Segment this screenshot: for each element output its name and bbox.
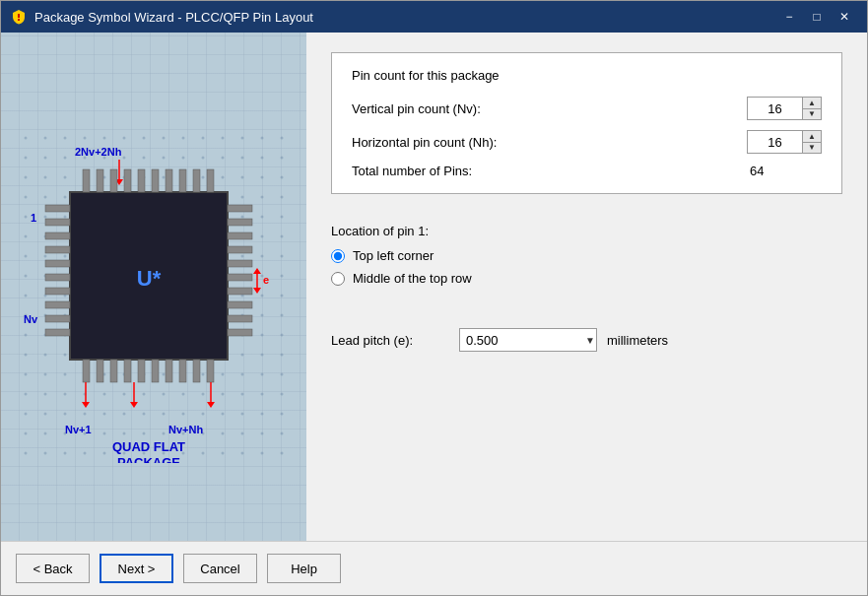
pin1-top-middle-row: Middle of the top row bbox=[331, 271, 842, 286]
svg-rect-28 bbox=[45, 205, 70, 212]
lead-pitch-row: Lead pitch (e): 0.500 0.625 0.800 1.000 … bbox=[331, 323, 842, 357]
pin-count-section: Pin count for this package Vertical pin … bbox=[331, 52, 842, 194]
svg-rect-17 bbox=[207, 169, 214, 192]
svg-text:QUAD FLAT: QUAD FLAT bbox=[112, 439, 185, 454]
svg-rect-21 bbox=[124, 360, 131, 382]
cancel-button[interactable]: Cancel bbox=[183, 554, 257, 583]
right-panel: Pin count for this package Vertical pin … bbox=[306, 33, 867, 541]
svg-rect-25 bbox=[179, 360, 186, 382]
svg-rect-27 bbox=[207, 360, 214, 382]
horizontal-spin-down[interactable]: ▼ bbox=[803, 142, 821, 153]
svg-rect-47 bbox=[228, 329, 252, 336]
chip-svg: 2Nv+2Nh 1 U* bbox=[16, 128, 292, 463]
vertical-spinbox: ▲ ▼ bbox=[747, 97, 822, 120]
minimize-button[interactable]: − bbox=[776, 7, 802, 27]
svg-rect-8 bbox=[83, 169, 90, 192]
svg-text:e: e bbox=[263, 274, 269, 286]
back-button[interactable]: < Back bbox=[16, 554, 90, 583]
vertical-pin-input[interactable] bbox=[748, 98, 802, 119]
svg-text:2Nv+2Nh: 2Nv+2Nh bbox=[75, 146, 122, 158]
svg-rect-30 bbox=[45, 232, 70, 239]
horizontal-pin-label: Horizontal pin count (Nh): bbox=[352, 135, 747, 150]
svg-rect-34 bbox=[45, 288, 70, 295]
svg-rect-11 bbox=[124, 169, 131, 192]
horizontal-spinbox: ▲ ▼ bbox=[747, 130, 822, 154]
svg-text:U*: U* bbox=[137, 266, 162, 291]
main-window: Package Symbol Wizard - PLCC/QFP Pin Lay… bbox=[0, 0, 868, 596]
svg-text:Nv+1: Nv+1 bbox=[65, 424, 92, 435]
lead-pitch-label: Lead pitch (e): bbox=[331, 333, 449, 348]
svg-rect-46 bbox=[228, 315, 252, 322]
svg-rect-44 bbox=[228, 288, 252, 295]
pin1-top-middle-label[interactable]: Middle of the top row bbox=[353, 271, 472, 286]
total-pins-label: Total number of Pins: bbox=[352, 164, 750, 178]
svg-rect-36 bbox=[45, 315, 70, 322]
svg-rect-9 bbox=[97, 169, 103, 192]
title-controls: − □ ✕ bbox=[776, 7, 857, 27]
svg-rect-24 bbox=[166, 360, 172, 382]
close-button[interactable]: ✕ bbox=[832, 7, 857, 27]
svg-rect-37 bbox=[45, 329, 70, 336]
vertical-spin-down[interactable]: ▼ bbox=[803, 108, 821, 119]
svg-rect-38 bbox=[228, 205, 252, 212]
title-bar-left: Package Symbol Wizard - PLCC/QFP Pin Lay… bbox=[11, 9, 313, 25]
help-button[interactable]: Help bbox=[267, 554, 341, 583]
chip-diagram: 2Nv+2Nh 1 U* bbox=[16, 128, 292, 466]
svg-rect-22 bbox=[138, 360, 145, 382]
left-panel: 2Nv+2Nh 1 U* bbox=[1, 33, 306, 541]
horizontal-spinbox-buttons: ▲ ▼ bbox=[802, 131, 821, 153]
svg-rect-23 bbox=[152, 360, 159, 382]
svg-rect-40 bbox=[228, 232, 252, 239]
pin1-top-left-radio[interactable] bbox=[331, 249, 345, 263]
horizontal-pin-row: Horizontal pin count (Nh): ▲ ▼ bbox=[352, 130, 822, 154]
horizontal-pin-input[interactable] bbox=[748, 131, 802, 153]
pin1-top-left-label[interactable]: Top left corner bbox=[353, 248, 434, 263]
maximize-button[interactable]: □ bbox=[804, 7, 830, 27]
vertical-spinbox-buttons: ▲ ▼ bbox=[802, 98, 821, 119]
svg-rect-12 bbox=[138, 169, 145, 192]
vertical-pin-row: Vertical pin count (Nv): ▲ ▼ bbox=[352, 97, 822, 120]
svg-rect-14 bbox=[166, 169, 172, 192]
pin-count-title: Pin count for this package bbox=[352, 68, 822, 83]
svg-rect-43 bbox=[228, 274, 252, 281]
pin1-top-middle-radio[interactable] bbox=[331, 272, 345, 286]
svg-rect-39 bbox=[228, 219, 252, 226]
pin1-top-left-row: Top left corner bbox=[331, 248, 842, 263]
next-button[interactable]: Next > bbox=[100, 554, 173, 583]
location-title: Location of pin 1: bbox=[331, 224, 842, 238]
content-area: 2Nv+2Nh 1 U* bbox=[1, 33, 867, 541]
svg-rect-31 bbox=[45, 246, 70, 253]
location-section: Location of pin 1: Top left corner Middl… bbox=[331, 214, 842, 303]
svg-rect-45 bbox=[228, 301, 252, 308]
total-pins-row: Total number of Pins: 64 bbox=[352, 164, 822, 178]
window-title: Package Symbol Wizard - PLCC/QFP Pin Lay… bbox=[34, 10, 313, 25]
svg-rect-35 bbox=[45, 301, 70, 308]
svg-rect-16 bbox=[193, 169, 200, 192]
svg-rect-26 bbox=[193, 360, 200, 382]
button-bar: < Back Next > Cancel Help bbox=[1, 541, 867, 595]
vertical-spin-up[interactable]: ▲ bbox=[803, 98, 821, 108]
svg-rect-18 bbox=[83, 360, 90, 382]
svg-rect-20 bbox=[110, 360, 117, 382]
svg-rect-15 bbox=[179, 169, 186, 192]
svg-rect-10 bbox=[110, 169, 117, 192]
pitch-unit: millimeters bbox=[607, 333, 668, 348]
svg-rect-13 bbox=[152, 169, 159, 192]
pitch-select-wrapper: 0.500 0.625 0.800 1.000 1.270 ▼ bbox=[459, 328, 597, 352]
pitch-select[interactable]: 0.500 0.625 0.800 1.000 1.270 bbox=[459, 328, 597, 352]
horizontal-spin-up[interactable]: ▲ bbox=[803, 131, 821, 142]
svg-text:Nv+Nh: Nv+Nh bbox=[168, 424, 203, 435]
svg-text:1: 1 bbox=[31, 212, 36, 224]
svg-text:Nv: Nv bbox=[24, 313, 38, 325]
svg-rect-32 bbox=[45, 260, 70, 267]
wizard-icon bbox=[11, 9, 27, 25]
svg-text:PACKAGE: PACKAGE bbox=[117, 455, 180, 463]
svg-rect-19 bbox=[97, 360, 103, 382]
vertical-pin-label: Vertical pin count (Nv): bbox=[352, 101, 747, 116]
svg-rect-41 bbox=[228, 246, 252, 253]
svg-rect-29 bbox=[45, 219, 70, 226]
svg-rect-42 bbox=[228, 260, 252, 267]
total-pins-value: 64 bbox=[750, 164, 822, 178]
svg-rect-33 bbox=[45, 274, 70, 281]
title-bar: Package Symbol Wizard - PLCC/QFP Pin Lay… bbox=[1, 1, 867, 33]
